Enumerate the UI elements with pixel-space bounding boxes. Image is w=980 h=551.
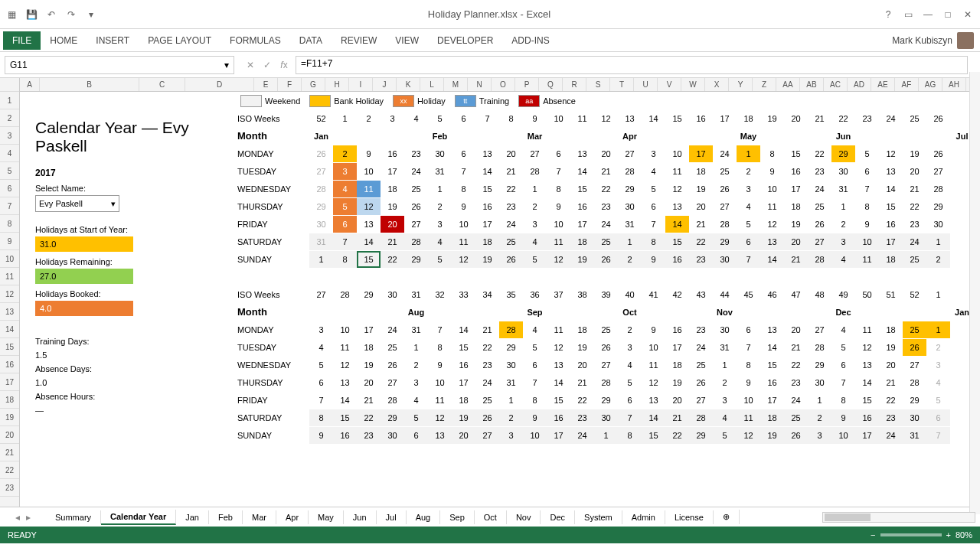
- calendar-cell[interactable]: 11: [855, 321, 879, 338]
- calendar-cell[interactable]: 10: [855, 233, 879, 250]
- calendar-cell[interactable]: 7: [333, 233, 357, 250]
- calendar-cell[interactable]: 16: [760, 374, 784, 391]
- calendar-cell[interactable]: 9: [831, 409, 855, 426]
- calendar-cell[interactable]: 1: [808, 392, 831, 409]
- calendar-cell[interactable]: 30: [381, 427, 404, 444]
- calendar-cell[interactable]: 2: [831, 216, 855, 233]
- sheet-tab-system[interactable]: System: [575, 510, 622, 524]
- calendar-cell[interactable]: 4: [713, 409, 737, 426]
- calendar-cell[interactable]: 2: [333, 145, 357, 162]
- calendar-cell[interactable]: 20: [665, 392, 689, 409]
- calendar-cell[interactable]: 31: [309, 233, 333, 250]
- calendar-cell[interactable]: 20: [784, 233, 808, 250]
- calendar-cell[interactable]: 15: [333, 409, 357, 426]
- calendar-cell[interactable]: 2: [404, 357, 428, 373]
- calendar-cell[interactable]: 11: [737, 409, 760, 426]
- calendar-cell[interactable]: 14: [333, 392, 357, 409]
- calendar-cell[interactable]: 25: [808, 198, 831, 215]
- calendar-cell[interactable]: 12: [357, 198, 381, 215]
- calendar-cell[interactable]: 4: [831, 251, 855, 268]
- calendar-cell[interactable]: 25: [594, 321, 618, 338]
- calendar-cell[interactable]: 20: [499, 145, 523, 162]
- calendar-cell[interactable]: 28: [404, 233, 428, 250]
- calendar-cell[interactable]: 28: [713, 216, 737, 233]
- calendar-cell[interactable]: 8: [642, 233, 665, 250]
- calendar-cell[interactable]: 6: [855, 163, 879, 180]
- calendar-cell[interactable]: 19: [760, 427, 784, 444]
- calendar-cell[interactable]: 13: [333, 374, 357, 391]
- calendar-cell[interactable]: 31: [499, 374, 523, 391]
- calendar-cell[interactable]: 9: [855, 216, 879, 233]
- calendar-cell[interactable]: 11: [547, 233, 570, 250]
- calendar-cell[interactable]: 21: [381, 233, 404, 250]
- calendar-cell[interactable]: 2: [428, 198, 452, 215]
- calendar-cell[interactable]: 3: [713, 392, 737, 409]
- calendar-cell[interactable]: 23: [357, 427, 381, 444]
- sheet-tab-jun[interactable]: Jun: [344, 510, 377, 524]
- calendar-cell[interactable]: 13: [665, 198, 689, 215]
- calendar-cell[interactable]: 8: [737, 357, 760, 373]
- calendar-cell[interactable]: 27: [309, 163, 333, 180]
- calendar-cell[interactable]: 17: [689, 145, 713, 162]
- calendar-cell[interactable]: 4: [309, 339, 333, 356]
- calendar-cell[interactable]: 3: [333, 163, 357, 180]
- calendar-cell[interactable]: 22: [570, 392, 594, 409]
- calendar-cell[interactable]: 4: [523, 321, 547, 338]
- calendar-cell[interactable]: 14: [760, 339, 784, 356]
- calendar-cell[interactable]: 27: [808, 321, 831, 338]
- ribbon-tab-formulas[interactable]: FORMULAS: [220, 31, 290, 50]
- calendar-cell[interactable]: 6: [618, 392, 642, 409]
- calendar-cell[interactable]: 10: [831, 427, 855, 444]
- calendar-cell[interactable]: 31: [618, 216, 642, 233]
- calendar-cell[interactable]: 31: [404, 321, 428, 338]
- calendar-cell[interactable]: 8: [333, 251, 357, 268]
- calendar-cell[interactable]: 15: [452, 339, 475, 356]
- calendar-cell[interactable]: 18: [381, 181, 404, 197]
- calendar-cell[interactable]: 10: [665, 145, 689, 162]
- calendar-cell[interactable]: 30: [713, 321, 737, 338]
- calendar-cell[interactable]: 9: [357, 145, 381, 162]
- calendar-cell[interactable]: 13: [547, 357, 570, 373]
- calendar-cell[interactable]: 24: [570, 427, 594, 444]
- calendar-cell[interactable]: 28: [499, 321, 523, 338]
- calendar-cell[interactable]: 3: [309, 321, 333, 338]
- calendar-cell[interactable]: 4: [618, 357, 642, 373]
- calendar-cell[interactable]: 18: [570, 321, 594, 338]
- calendar-cell[interactable]: 5: [618, 374, 642, 391]
- calendar-cell[interactable]: 7: [642, 216, 665, 233]
- calendar-cell[interactable]: 12: [665, 181, 689, 197]
- calendar-cell[interactable]: 3: [808, 427, 831, 444]
- calendar-cell[interactable]: 23: [784, 374, 808, 391]
- calendar-cell[interactable]: 21: [689, 216, 713, 233]
- calendar-cell[interactable]: 27: [689, 392, 713, 409]
- calendar-cell[interactable]: 21: [570, 374, 594, 391]
- tab-next-icon[interactable]: ▸: [26, 512, 31, 523]
- calendar-cell[interactable]: 19: [452, 409, 475, 426]
- calendar-cell[interactable]: 30: [926, 216, 950, 233]
- calendar-cell[interactable]: 21: [499, 163, 523, 180]
- calendar-cell[interactable]: 22: [808, 145, 831, 162]
- calendar-cell[interactable]: 27: [808, 233, 831, 250]
- calendar-cell[interactable]: 17: [760, 392, 784, 409]
- sheet-tab-summary[interactable]: Summary: [46, 510, 101, 524]
- ribbon-tab-review[interactable]: REVIEW: [332, 31, 386, 50]
- calendar-cell[interactable]: 23: [475, 357, 499, 373]
- calendar-cell[interactable]: 29: [618, 181, 642, 197]
- calendar-cell[interactable]: 5: [855, 145, 879, 162]
- calendar-cell[interactable]: 27: [523, 145, 547, 162]
- fx-icon[interactable]: fx: [277, 60, 291, 70]
- calendar-cell[interactable]: 23: [404, 145, 428, 162]
- calendar-cell[interactable]: 15: [642, 427, 665, 444]
- calendar-cell[interactable]: 6: [737, 321, 760, 338]
- sheet-tab-oct[interactable]: Oct: [475, 510, 507, 524]
- calendar-cell[interactable]: 24: [404, 163, 428, 180]
- calendar-cell[interactable]: 18: [665, 357, 689, 373]
- calendar-cell[interactable]: 20: [570, 357, 594, 373]
- calendar-cell[interactable]: 19: [879, 339, 903, 356]
- calendar-cell[interactable]: 17: [547, 427, 570, 444]
- row-headers[interactable]: 1234567891011121314151617181920212223: [0, 78, 20, 507]
- calendar-cell[interactable]: 3: [499, 427, 523, 444]
- calendar-cell[interactable]: 10: [737, 392, 760, 409]
- calendar-cell[interactable]: 3: [404, 374, 428, 391]
- calendar-cell[interactable]: 1: [404, 339, 428, 356]
